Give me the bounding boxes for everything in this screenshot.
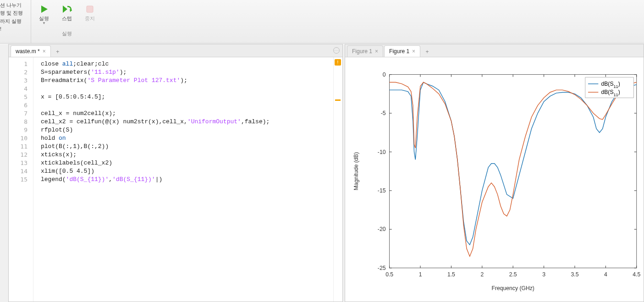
main-split: waste.m * × + ⋯ 123456789101112131415 cl… — [0, 44, 644, 302]
svg-marker-2 — [70, 9, 72, 12]
svg-rect-3 — [87, 6, 93, 12]
left-gutter-strip — [0, 44, 8, 302]
svg-text:-15: -15 — [378, 187, 386, 194]
svg-text:2.5: 2.5 — [509, 271, 517, 278]
warning-icon[interactable]: ! — [335, 59, 341, 66]
run-button[interactable]: 실행 ▼ — [35, 2, 53, 27]
svg-text:Magnitude (dB): Magnitude (dB) — [353, 152, 359, 190]
step-icon — [62, 4, 72, 14]
play-icon — [39, 4, 49, 14]
figure-tab-label: Figure 1 — [389, 48, 409, 55]
run-group-label: 실행 — [62, 30, 72, 37]
svg-marker-1 — [63, 5, 67, 13]
svg-text:4.5: 4.5 — [633, 271, 640, 278]
new-tab-button[interactable]: + — [53, 47, 63, 57]
svg-text:3: 3 — [542, 271, 545, 278]
close-icon[interactable]: × — [375, 48, 378, 55]
chevron-down-icon: ▼ — [42, 21, 46, 25]
ribbon-line-3: 까지 실행 — [0, 18, 22, 25]
figure-tab-2[interactable]: Figure 1 × — [384, 45, 420, 57]
editor-tab-waste[interactable]: waste.m * × — [11, 45, 51, 57]
svg-text:-25: -25 — [378, 265, 386, 271]
figure-tab-1[interactable]: Figure 1 × — [347, 45, 383, 57]
svg-text:-20: -20 — [378, 226, 386, 232]
svg-text:4: 4 — [604, 271, 607, 278]
svg-text:1: 1 — [419, 271, 422, 278]
svg-rect-4 — [390, 75, 637, 268]
figure-tab-label: Figure 1 — [352, 48, 372, 55]
svg-marker-0 — [41, 5, 48, 13]
svg-text:-10: -10 — [378, 149, 386, 155]
editor-tab-label: waste.m * — [16, 48, 40, 55]
svg-text:-5: -5 — [381, 110, 386, 116]
new-figure-tab-button[interactable]: + — [422, 47, 432, 57]
stop-button: 중지 — [81, 2, 99, 27]
svg-text:0: 0 — [383, 71, 386, 78]
figure-canvas[interactable]: 0.511.522.533.544.50-5-10-15-20-25Freque… — [345, 57, 644, 302]
svg-text:Frequency (GHz): Frequency (GHz) — [491, 285, 534, 291]
code-area[interactable]: close all;clear;clcS=sparameters('11.s1p… — [33, 57, 333, 302]
editor-pane: waste.m * × + ⋯ 123456789101112131415 cl… — [8, 44, 343, 302]
figure-pane: Figure 1 × Figure 1 × + 0.511.522.533.54… — [345, 44, 644, 302]
ribbon-line-2: 행 및 진행 — [0, 10, 23, 16]
warning-marker[interactable] — [335, 99, 341, 101]
close-icon[interactable]: × — [43, 48, 46, 55]
stop-icon — [85, 4, 95, 14]
svg-text:3.5: 3.5 — [571, 271, 578, 278]
svg-text:2: 2 — [480, 271, 484, 278]
ribbon-toolbar: 션 나누기 행 및 진행 까지 실행 ! 실행 ▼ 스텝 — [0, 0, 644, 44]
step-button[interactable]: 스텝 — [58, 2, 76, 27]
code-editor[interactable]: 123456789101112131415 close all;clear;cl… — [9, 57, 342, 302]
message-bar: ! — [333, 57, 342, 302]
svg-text:1.5: 1.5 — [447, 271, 455, 278]
line-number-gutter: 123456789101112131415 — [9, 57, 33, 302]
close-icon[interactable]: × — [412, 48, 415, 55]
ribbon-line-4: ! — [0, 26, 1, 33]
ribbon-section-label: 션 나누기 행 및 진행 까지 실행 ! — [0, 0, 31, 43]
tab-options-icon[interactable]: ⋯ — [333, 47, 340, 54]
ribbon-line-1: 션 나누기 — [0, 2, 22, 9]
line-chart: 0.511.522.533.544.50-5-10-15-20-25Freque… — [345, 57, 644, 302]
editor-tabbar: waste.m * × + ⋯ — [9, 44, 342, 57]
run-group: 실행 ▼ 스텝 중지 실행 — [31, 0, 103, 43]
figure-tabbar: Figure 1 × Figure 1 × + — [345, 44, 644, 57]
svg-text:0.5: 0.5 — [385, 271, 393, 278]
